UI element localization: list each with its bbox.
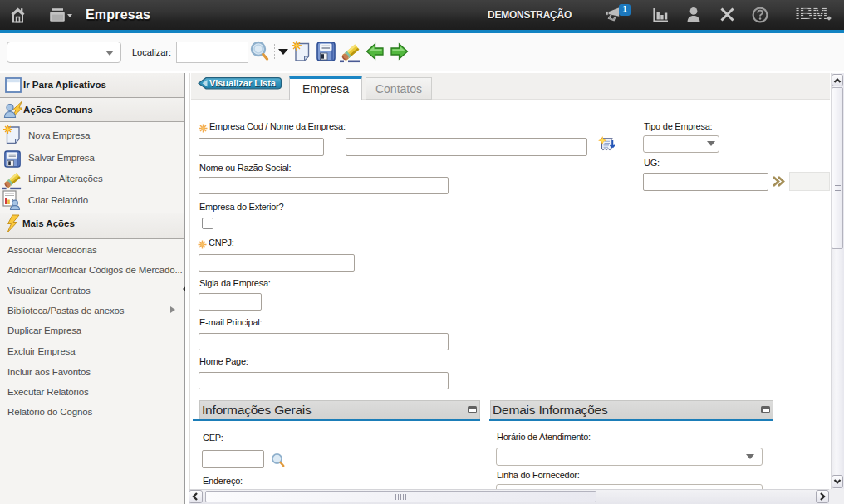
svg-text:Visualizar Lista: Visualizar Lista bbox=[209, 78, 277, 88]
